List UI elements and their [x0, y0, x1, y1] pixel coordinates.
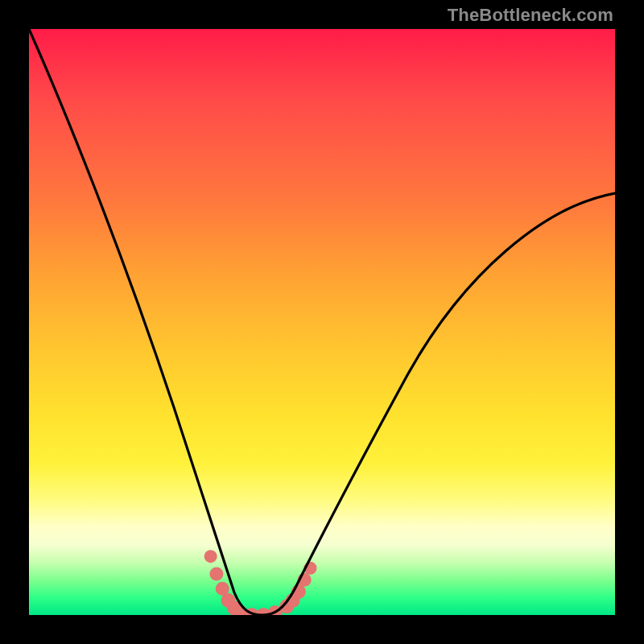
chart-frame: TheBottleneck.com — [0, 0, 644, 644]
bottleneck-curve — [29, 29, 615, 615]
watermark-text: TheBottleneck.com — [448, 5, 613, 26]
plot-area — [29, 29, 615, 615]
